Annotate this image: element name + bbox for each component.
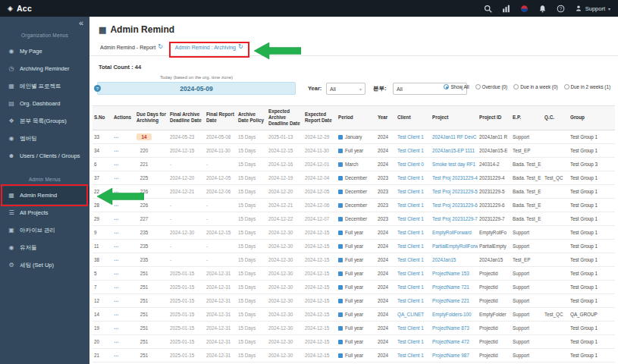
client-link[interactable]: QA_CLINET (397, 312, 424, 317)
project-link[interactable]: 2024Jan15 (432, 257, 456, 262)
project-link[interactable]: Test Proj 20231229-6 (432, 202, 478, 208)
refresh-icon[interactable]: ↻ (238, 44, 243, 50)
due-days-value: 235 (136, 229, 152, 236)
row-actions-button[interactable]: ⋯ (114, 175, 119, 180)
client-link[interactable]: Test Client 1 (397, 257, 424, 262)
project-link[interactable]: EmptyFolders-100 (432, 312, 471, 317)
cell-project-id: PartialEmpty (478, 239, 511, 253)
cell-client: Test Client 1 (396, 266, 431, 280)
radio-icon (513, 84, 519, 89)
sidebar-item-users-clients-groups[interactable]: ☻Users / Clients / Groups (0, 147, 89, 165)
cell-group: Test Group 1 (569, 184, 615, 198)
sidebar-item-membership[interactable]: ◉멤버팅 (0, 130, 89, 147)
row-actions-button[interactable]: ⋯ (114, 162, 119, 167)
sidebar-item-main-projects[interactable]: ▦메인별 프로젝트 (0, 77, 89, 95)
sidebar-item-setup[interactable]: ⚙세팅 (Set Up) (0, 256, 89, 274)
cell-expected-report-date: 2024-12-15 (303, 266, 337, 280)
client-link[interactable]: Test Client 1 (397, 243, 424, 249)
search-icon[interactable] (484, 5, 492, 13)
cell-due-days: 235 (135, 253, 168, 266)
row-actions-button[interactable]: ⋯ (114, 284, 119, 290)
project-link[interactable]: PartialEmptyRollForw (432, 243, 478, 249)
row-actions-button[interactable]: ⋯ (114, 134, 119, 140)
locale-flag-icon[interactable] (520, 5, 529, 13)
client-link[interactable]: Test Client 1 (397, 189, 424, 194)
row-actions-button[interactable]: ⋯ (114, 230, 119, 235)
project-link[interactable]: 2024Jan15-EP 1111 (432, 148, 475, 153)
project-link[interactable]: ProjectName 153 (432, 271, 469, 276)
client-link[interactable]: Test Client 1 (397, 148, 424, 153)
row-actions-button[interactable]: ⋯ (114, 243, 119, 249)
table-header-row: S.NoActionsDue Days for ArchivingFinal A… (93, 106, 615, 130)
app-logo[interactable]: ◈ Acc (0, 4, 89, 13)
client-link[interactable]: Test Client 1 (397, 325, 424, 331)
project-link[interactable]: EmptyRollForward (432, 230, 472, 235)
project-link[interactable]: ProjectName 873 (432, 325, 469, 331)
row-actions-button[interactable]: ⋯ (114, 339, 119, 344)
filter-radio-2[interactable]: Due in a week (0) (513, 84, 557, 89)
project-link[interactable]: ProjectName 472 (432, 339, 469, 344)
cell-due-days: 251 (135, 293, 168, 307)
calendar-icon (338, 135, 343, 140)
client-link[interactable]: Test Client 1 (397, 271, 424, 276)
filter-radio-1[interactable]: Overdue (0) (475, 84, 508, 89)
row-actions-button[interactable]: ⋯ (114, 202, 119, 208)
client-link[interactable]: Test Client 1 (397, 298, 424, 303)
project-link[interactable]: ProjectName 987 (432, 353, 469, 358)
support-menu[interactable]: Support ▾ (575, 5, 610, 12)
client-link[interactable]: Test Client 1 (397, 175, 424, 180)
client-link[interactable]: Test Client 1 (397, 353, 424, 358)
cell-qc (543, 253, 569, 266)
project-link[interactable]: Test Proj 20231229-4 (432, 175, 478, 180)
sidebar-item-my-page[interactable]: ◉My Page (0, 42, 89, 60)
project-link[interactable]: Test Proj 20231229-7 (432, 216, 478, 221)
project-link[interactable]: 2024Jan11 RF DevC (432, 134, 476, 140)
sidebar-item-org-dashboard[interactable]: ▤Org. Dashboard (0, 95, 89, 112)
cell-expected-archive-deadline: 2024-12-30 (267, 307, 303, 321)
notifications-icon[interactable] (538, 5, 547, 13)
row-actions-button[interactable]: ⋯ (114, 353, 119, 358)
client-link[interactable]: Test Client 1 (397, 202, 424, 208)
client-link[interactable]: Test Client 1 (397, 339, 424, 344)
tab-report[interactable]: Admin Remind - Report↻ (97, 44, 166, 55)
sidebar-item-users[interactable]: ◉유저들 (0, 239, 89, 256)
sidebar-item-group-list[interactable]: ❖본부 목록(Groups) (0, 112, 89, 130)
table-row: 33⋯142024-05-232024-05-0815 Days2025-01-… (93, 130, 615, 143)
row-actions-button[interactable]: ⋯ (114, 298, 119, 303)
client-link[interactable]: Test Client 0 (397, 162, 424, 167)
year-select[interactable]: All ▾ (326, 83, 365, 95)
project-link[interactable]: ProjectName 721 (432, 284, 469, 290)
due-days-value: 226 (136, 202, 152, 209)
sidebar-collapse-icon[interactable]: « (79, 19, 83, 27)
cell-qc (543, 184, 569, 198)
project-link[interactable]: ProjectName 221 (432, 298, 469, 303)
sidebar-item-archive-management[interactable]: ▣아카이브 관리 (0, 221, 89, 239)
tab-archiving[interactable]: Admin Remind : Archiving↻ (172, 44, 246, 55)
row-actions-button[interactable]: ⋯ (114, 257, 119, 262)
table-row: 22⋯2262024-12-212024-12-0615 Days2024-12… (93, 184, 615, 198)
bar-chart-icon[interactable] (502, 5, 510, 13)
cell-final-archive-deadline: 2024-05-23 (168, 130, 205, 143)
cell-year: 2024 (376, 143, 396, 157)
filter-radio-0[interactable]: Show All (444, 84, 469, 89)
client-link[interactable]: Test Client 1 (397, 216, 424, 221)
help-icon[interactable]: ? (557, 5, 565, 13)
client-link[interactable]: Test Client 1 (397, 230, 424, 235)
info-icon[interactable]: ? (94, 85, 101, 92)
sidebar-item-all-projects[interactable]: ☰All Projects (0, 204, 89, 221)
refresh-icon[interactable]: ↻ (158, 44, 163, 50)
row-actions-button[interactable]: ⋯ (114, 312, 119, 317)
client-link[interactable]: Test Client 1 (397, 134, 424, 140)
filter-radio-3[interactable]: Due in 2 weeks (1) (564, 84, 611, 89)
remind-table: S.NoActionsDue Days for ArchivingFinal A… (93, 105, 615, 362)
row-actions-button[interactable]: ⋯ (114, 148, 119, 153)
sidebar-item-archiving-reminder[interactable]: ◷Archiving Reminder (0, 60, 89, 77)
project-link[interactable]: Test Proj 20231229-5 (432, 189, 478, 194)
row-actions-button[interactable]: ⋯ (114, 216, 119, 221)
sidebar-item-admin-remind[interactable]: ▦Admin Remind (0, 187, 89, 204)
row-actions-button[interactable]: ⋯ (114, 271, 119, 276)
project-link[interactable]: Smoke test day RF1 (432, 162, 475, 167)
row-actions-button[interactable]: ⋯ (114, 325, 119, 331)
client-link[interactable]: Test Client 1 (397, 284, 424, 290)
row-actions-button[interactable]: ⋯ (114, 189, 119, 194)
